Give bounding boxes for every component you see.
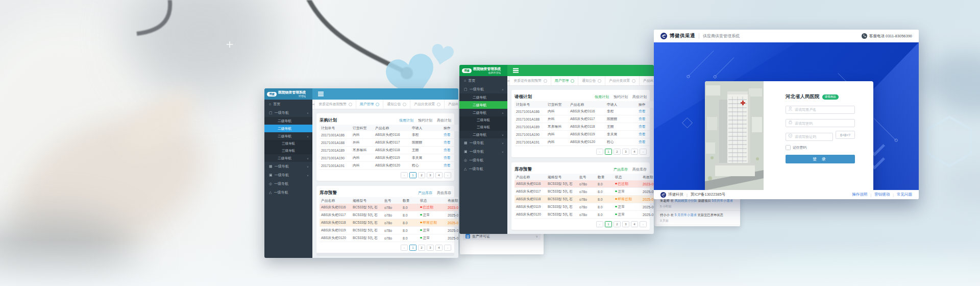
page-button[interactable]: 3 xyxy=(622,221,629,227)
prev-page-button[interactable]: ‹ xyxy=(401,245,408,251)
page-button[interactable]: 2 xyxy=(614,221,621,227)
next-page-button[interactable]: › xyxy=(444,172,451,178)
section-link-高值计划[interactable]: 高值计划 xyxy=(632,94,647,100)
page-button[interactable]: 1 xyxy=(409,245,416,251)
view-link[interactable]: 查看 xyxy=(444,156,451,159)
username-input[interactable] xyxy=(786,106,855,114)
sidebar-item-二级导航[interactable]: 二级导航∧ xyxy=(264,132,312,140)
page-button[interactable]: 3 xyxy=(427,172,434,178)
view-link[interactable]: 查看 xyxy=(639,132,646,136)
sidebar-item-二级导航[interactable]: 二级导航 xyxy=(459,93,507,101)
view-link[interactable]: 查看 xyxy=(639,140,646,144)
sidebar-item-一级导航[interactable]: ▢一级导航∧ xyxy=(264,108,312,117)
sidebar-item-二级导航[interactable]: 二级导航 xyxy=(264,117,312,125)
prev-page-button[interactable]: ‹ xyxy=(596,149,603,155)
page-button[interactable]: 2 xyxy=(418,172,425,178)
sidebar-item-二级导航[interactable]: 二级导航 xyxy=(459,101,507,109)
horizontal-scrollbar[interactable] xyxy=(316,253,454,256)
tab-close-icon[interactable] xyxy=(376,103,379,106)
sidebar-item-三级导航[interactable]: 三级导航 xyxy=(264,147,312,154)
feed-link[interactable]: 凤姐精英小分队 xyxy=(675,199,697,202)
captcha-question[interactable]: 6+8=? xyxy=(836,131,855,139)
tab-用户管理[interactable]: 用户管理 xyxy=(356,100,383,109)
sidebar-item-一级导航[interactable]: ◎一级导航 xyxy=(459,156,507,164)
footer-link-密钥驱动[interactable]: 密钥驱动 xyxy=(874,192,890,197)
tab-产品出库[interactable]: 产品出库 xyxy=(640,76,654,85)
remember-checkbox[interactable] xyxy=(786,145,791,150)
sidebar-item-首页[interactable]: ⌂首页 xyxy=(264,100,312,108)
section-link-领用计划[interactable]: 领用计划 xyxy=(595,94,609,100)
view-link[interactable]: 查看 xyxy=(444,163,451,167)
tab-产品出库[interactable]: 产品出库 xyxy=(445,100,458,109)
next-page-button[interactable]: › xyxy=(640,149,647,155)
sidebar-item-二级导航[interactable]: 二级导航∨ xyxy=(264,154,312,162)
view-link[interactable]: 查看 xyxy=(639,125,646,128)
tab-close-icon[interactable] xyxy=(632,79,635,83)
section-link-高值库存[interactable]: 高值库存 xyxy=(632,167,647,172)
section-link-预约计划[interactable]: 预约计划 xyxy=(418,118,432,123)
prev-page-button[interactable]: ‹ xyxy=(596,221,603,227)
sidebar-item-一级导航[interactable]: △一级导航 xyxy=(459,164,507,173)
tab-close-icon[interactable] xyxy=(571,79,574,83)
chevron-down-icon[interactable]: ∨ xyxy=(536,234,538,238)
tab-资质证件效期预警[interactable]: 资质证件效期预警 xyxy=(510,76,551,85)
sidebar-item-三级导航[interactable]: 三级导航 xyxy=(264,140,312,147)
sidebar-item-二级导航[interactable]: 二级导航 xyxy=(264,125,312,132)
next-page-button[interactable]: › xyxy=(444,245,451,251)
next-page-button[interactable]: › xyxy=(640,221,647,227)
tab-通知公告[interactable]: 通知公告 xyxy=(578,76,605,85)
login-button[interactable]: 登 录 xyxy=(786,155,855,163)
page-button[interactable]: 2 xyxy=(418,245,425,251)
sidebar-item-一级导航[interactable]: ▣一级导航∨ xyxy=(459,147,507,156)
sidebar-item-一级导航[interactable]: ▢一级导航∧ xyxy=(459,85,507,93)
tab-close-icon[interactable] xyxy=(403,103,406,106)
section-link-预约计划[interactable]: 预约计划 xyxy=(614,94,628,100)
view-link[interactable]: 查看 xyxy=(444,133,451,136)
tab-产品分类设置[interactable]: 产品分类设置 xyxy=(410,100,445,109)
sidebar-item-二级导航[interactable]: 二级导航∧ xyxy=(459,109,507,116)
tab-通知公告[interactable]: 通知公告 xyxy=(383,100,410,109)
tab-产品分类设置[interactable]: 产品分类设置 xyxy=(605,76,640,85)
sidebar-item-三级导航[interactable]: 三级导航 xyxy=(459,124,507,131)
section-link-高值计划[interactable]: 高值计划 xyxy=(437,118,451,123)
menu-toggle-icon[interactable] xyxy=(513,70,519,71)
menu-toggle-icon[interactable] xyxy=(318,93,324,94)
prev-page-button[interactable]: ‹ xyxy=(401,172,408,178)
page-button[interactable]: 2 xyxy=(614,149,621,155)
tab-close-icon[interactable] xyxy=(598,79,601,83)
section-link-产品库存[interactable]: 产品库存 xyxy=(418,190,432,196)
page-button[interactable]: 3 xyxy=(622,149,629,155)
tab-资质证件效期预警[interactable]: 资质证件效期预警 xyxy=(315,100,356,109)
section-link-高值库存[interactable]: 高值库存 xyxy=(437,190,451,196)
sidebar-item-二级导航[interactable]: 二级导航∨ xyxy=(459,131,507,138)
page-button[interactable]: 1 xyxy=(605,149,612,155)
sidebar-item-一级导航[interactable]: ◎一级导航 xyxy=(264,179,312,188)
tab-close-icon[interactable] xyxy=(544,79,547,83)
tab-close-icon[interactable] xyxy=(349,103,352,106)
feed-link[interactable]: 5 月日常小需求 xyxy=(675,213,697,217)
section-link-领用计划[interactable]: 领用计划 xyxy=(399,118,413,123)
sidebar-item-首页[interactable]: ⌂首页 xyxy=(459,76,507,85)
page-button[interactable]: 4 xyxy=(631,149,638,155)
page-button[interactable]: 4 xyxy=(435,245,443,251)
view-link[interactable]: 查看 xyxy=(639,109,646,113)
view-link[interactable]: 查看 xyxy=(444,140,451,144)
page-button[interactable]: 4 xyxy=(435,172,443,178)
page-button[interactable]: 3 xyxy=(427,245,434,251)
sidebar-item-一级导航[interactable]: △一级导航 xyxy=(264,188,312,197)
sidebar-item-三级导航[interactable]: 三级导航 xyxy=(459,116,507,124)
page-button[interactable]: 1 xyxy=(605,221,612,227)
page-button[interactable]: 4 xyxy=(631,221,638,227)
password-input[interactable] xyxy=(786,119,855,127)
section-link-产品库存[interactable]: 产品库存 xyxy=(614,167,628,172)
view-link[interactable]: 查看 xyxy=(639,117,646,121)
footer-link-常见问题[interactable]: 常见问题 xyxy=(897,192,912,197)
tab-close-icon[interactable] xyxy=(437,103,440,106)
feed-link[interactable]: 5月日常小需求 xyxy=(712,199,732,202)
sidebar-item-一级导航[interactable]: ▦一级导航∨ xyxy=(264,162,312,171)
page-button[interactable]: 1 xyxy=(409,172,416,178)
tab-用户管理[interactable]: 用户管理 xyxy=(551,76,578,85)
view-link[interactable]: 查看 xyxy=(444,148,451,152)
footer-link-操作说明[interactable]: 操作说明 xyxy=(852,192,867,197)
sidebar-item-一级导航[interactable]: ▦一级导航∨ xyxy=(459,138,507,147)
